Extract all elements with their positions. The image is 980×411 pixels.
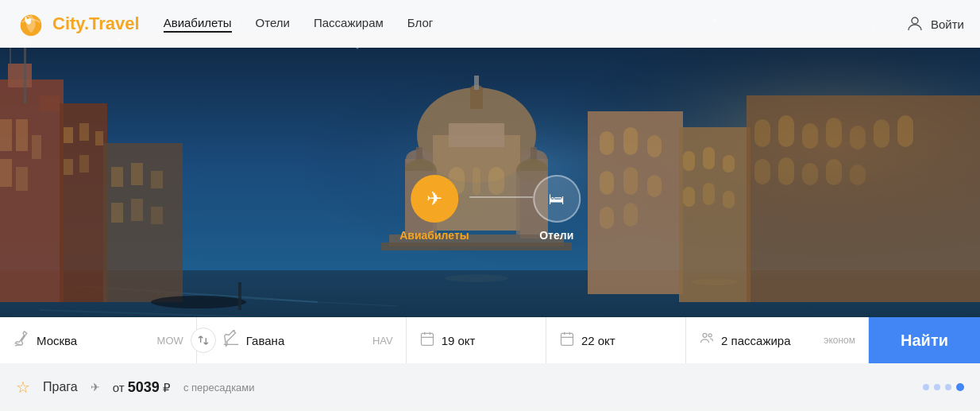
svg-rect-77 bbox=[778, 157, 794, 185]
from-field[interactable]: Москва MOW bbox=[0, 317, 197, 363]
svg-rect-7 bbox=[0, 79, 64, 302]
svg-rect-56 bbox=[600, 171, 614, 195]
nav-passengers[interactable]: Пассажирам bbox=[314, 16, 384, 33]
logo-text: City.Travel bbox=[52, 14, 140, 34]
date-to-field[interactable]: 22 окт bbox=[546, 317, 686, 363]
nav-blog[interactable]: Блог bbox=[407, 16, 433, 33]
svg-rect-36 bbox=[474, 76, 479, 90]
svg-rect-76 bbox=[754, 159, 770, 184]
tab-hotels[interactable]: 🛏 Отели bbox=[533, 175, 581, 242]
to-city: Гавана bbox=[246, 334, 360, 347]
svg-rect-54 bbox=[623, 127, 638, 155]
tab-avia-icon: ✈ bbox=[411, 175, 458, 223]
dot-4[interactable] bbox=[956, 383, 964, 391]
svg-rect-20 bbox=[95, 131, 103, 145]
svg-rect-29 bbox=[131, 199, 143, 221]
svg-rect-58 bbox=[647, 175, 662, 197]
class-value: эконом bbox=[824, 335, 855, 346]
svg-rect-10 bbox=[0, 119, 12, 151]
landing-icon bbox=[222, 330, 240, 351]
svg-rect-74 bbox=[874, 119, 889, 148]
svg-rect-55 bbox=[647, 135, 662, 157]
from-code: MOW bbox=[157, 335, 183, 347]
svg-rect-25 bbox=[111, 167, 123, 187]
svg-rect-28 bbox=[111, 203, 123, 223]
svg-rect-14 bbox=[16, 167, 28, 191]
svg-point-81 bbox=[151, 296, 246, 308]
svg-rect-11 bbox=[16, 119, 28, 151]
svg-rect-53 bbox=[600, 131, 614, 155]
svg-rect-9 bbox=[40, 95, 60, 111]
svg-rect-60 bbox=[623, 203, 638, 227]
svg-rect-33 bbox=[449, 123, 504, 147]
logo-icon bbox=[16, 9, 46, 39]
logo[interactable]: City.Travel bbox=[16, 9, 140, 39]
tab-hotels-label: Отели bbox=[539, 229, 573, 242]
date-from-field[interactable]: 19 окт bbox=[407, 317, 546, 363]
svg-point-107 bbox=[708, 333, 712, 336]
passengers-field[interactable]: 2 пассажира эконом bbox=[686, 317, 869, 363]
svg-rect-80 bbox=[850, 165, 866, 185]
swap-button[interactable] bbox=[191, 328, 216, 353]
promo-plane-icon: ✈ bbox=[91, 381, 100, 394]
dot-2[interactable] bbox=[934, 384, 940, 390]
calendar-to-icon bbox=[559, 331, 575, 351]
user-icon bbox=[905, 14, 924, 33]
promo-price: от 5039 ₽ bbox=[113, 379, 171, 396]
passengers-value: 2 пассажира bbox=[721, 334, 811, 347]
svg-rect-59 bbox=[600, 207, 614, 229]
svg-rect-79 bbox=[826, 159, 842, 185]
promo-note: с пересадками bbox=[183, 382, 255, 394]
to-field[interactable]: Гавана HAV bbox=[210, 317, 407, 363]
star-icon: ☆ bbox=[16, 378, 30, 397]
svg-rect-19 bbox=[79, 155, 89, 173]
svg-rect-17 bbox=[79, 123, 89, 141]
to-field-content: Гавана bbox=[246, 334, 360, 347]
takeoff-icon bbox=[11, 328, 32, 352]
svg-rect-78 bbox=[802, 163, 818, 185]
tab-avia-label: Авиабилеты bbox=[399, 229, 469, 242]
svg-rect-13 bbox=[0, 159, 12, 187]
svg-rect-64 bbox=[723, 155, 735, 173]
login-button[interactable]: Войти bbox=[905, 14, 964, 33]
svg-rect-69 bbox=[754, 119, 770, 147]
svg-rect-16 bbox=[64, 127, 73, 143]
svg-rect-66 bbox=[703, 183, 715, 205]
date-to-value: 22 окт bbox=[581, 334, 615, 347]
svg-rect-71 bbox=[802, 123, 818, 149]
svg-point-83 bbox=[445, 274, 508, 282]
svg-rect-98 bbox=[421, 333, 433, 345]
svg-point-95 bbox=[912, 17, 918, 24]
nav-hotels[interactable]: Отели bbox=[256, 16, 290, 33]
tab-divider bbox=[469, 196, 533, 198]
passenger-icon bbox=[699, 331, 715, 351]
svg-rect-102 bbox=[561, 333, 573, 345]
svg-rect-73 bbox=[850, 126, 866, 149]
svg-rect-75 bbox=[897, 115, 913, 147]
tab-section: ✈ Авиабилеты 🛏 Отели bbox=[399, 175, 581, 242]
svg-rect-44 bbox=[381, 242, 572, 250]
tab-avia[interactable]: ✈ Авиабилеты bbox=[399, 175, 469, 242]
svg-rect-57 bbox=[623, 167, 638, 195]
from-field-content: Москва bbox=[37, 334, 145, 347]
nav-avia[interactable]: Авиабилеты bbox=[164, 16, 232, 33]
svg-point-106 bbox=[703, 333, 707, 337]
svg-rect-82 bbox=[238, 282, 241, 310]
svg-rect-72 bbox=[826, 118, 842, 148]
svg-rect-30 bbox=[151, 207, 163, 224]
date-from-value: 19 окт bbox=[442, 334, 476, 347]
promo-city: Прага bbox=[43, 380, 78, 394]
search-button[interactable]: Найти bbox=[869, 317, 980, 363]
carousel-dots bbox=[923, 383, 964, 391]
dot-3[interactable] bbox=[945, 384, 951, 390]
bottom-bar: ☆ Прага ✈ от 5039 ₽ с пересадками bbox=[0, 363, 980, 411]
tab-hotels-icon: 🛏 bbox=[533, 175, 581, 223]
svg-rect-8 bbox=[8, 64, 32, 87]
calendar-from-icon bbox=[419, 331, 435, 351]
login-label: Войти bbox=[931, 17, 964, 31]
dot-1[interactable] bbox=[923, 384, 929, 390]
passengers-content: 2 пассажира bbox=[721, 334, 811, 347]
svg-point-84 bbox=[691, 279, 739, 285]
svg-rect-21 bbox=[24, 40, 26, 103]
svg-rect-26 bbox=[131, 163, 143, 185]
